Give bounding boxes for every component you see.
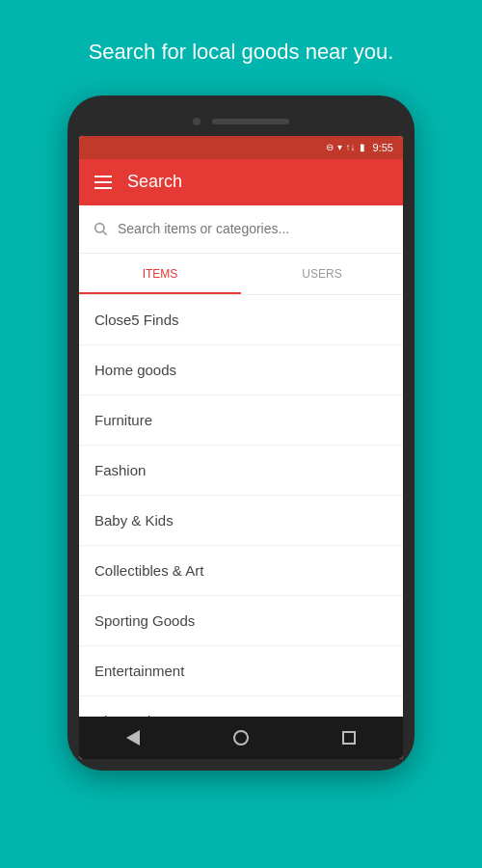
list-item[interactable]: Home goods: [79, 345, 403, 395]
svg-line-1: [103, 231, 107, 235]
app-bar: Search: [79, 159, 403, 205]
list-item[interactable]: Entertainment: [79, 646, 403, 696]
list-item[interactable]: Electronics: [79, 696, 403, 717]
menu-icon[interactable]: [94, 176, 112, 189]
tab-users[interactable]: USERS: [241, 254, 403, 294]
tabs-bar: ITEMS USERS: [79, 254, 403, 295]
status-time: 9:55: [373, 142, 393, 153]
list-item[interactable]: Close5 Finds: [79, 295, 403, 345]
phone-camera-area: [79, 111, 403, 132]
nav-back-button[interactable]: [126, 730, 140, 746]
list-item[interactable]: Baby & Kids: [79, 496, 403, 546]
list-item[interactable]: Furniture: [79, 395, 403, 446]
network-icon: ↑↓: [346, 142, 356, 152]
nav-home-button[interactable]: [233, 730, 249, 746]
category-list: Close5 Finds Home goods Furniture Fashio…: [79, 295, 403, 717]
phone-screen: ⊖ ▾ ↑↓ ▮ 9:55 Search: [79, 136, 403, 759]
battery-icon: ▮: [360, 142, 365, 152]
search-bar: [79, 205, 403, 254]
signal-icon: ⊖: [326, 142, 334, 152]
svg-point-0: [95, 224, 104, 232]
phone-device: ⊖ ▾ ↑↓ ▮ 9:55 Search: [67, 95, 415, 771]
status-icons: ⊖ ▾ ↑↓ ▮: [326, 142, 365, 152]
status-bar: ⊖ ▾ ↑↓ ▮ 9:55: [79, 136, 403, 159]
list-item[interactable]: Sporting Goods: [79, 596, 403, 646]
page-tagline: Search for local goods near you.: [50, 0, 433, 95]
tab-items[interactable]: ITEMS: [79, 254, 241, 294]
camera-dot: [193, 118, 201, 125]
search-input[interactable]: [118, 221, 389, 236]
wifi-icon: ▾: [337, 142, 342, 152]
phone-nav-bar: [79, 717, 403, 759]
nav-recents-button[interactable]: [342, 731, 356, 745]
list-item[interactable]: Collectibles & Art: [79, 546, 403, 596]
search-icon: [93, 221, 108, 236]
list-item[interactable]: Fashion: [79, 446, 403, 496]
speaker-bar: [212, 119, 289, 124]
app-bar-title: Search: [127, 172, 182, 192]
